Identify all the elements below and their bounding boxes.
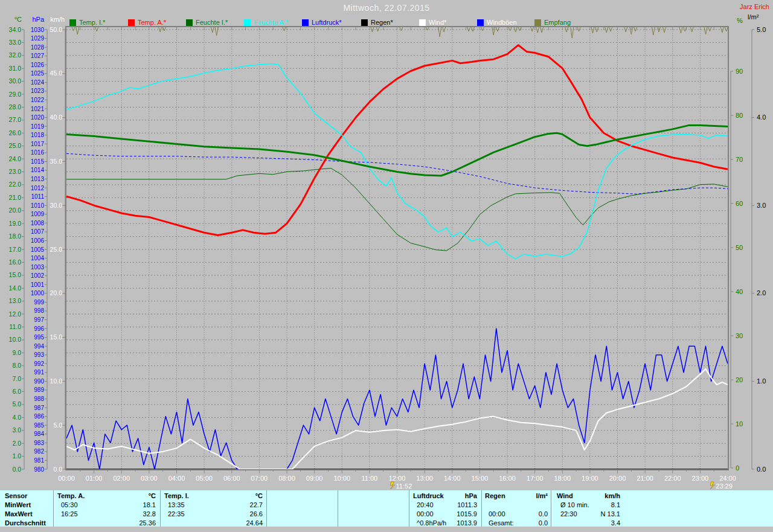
axis-hpa-tick-label: 1019 — [31, 123, 45, 130]
axis-hpa-tick-label: 1024 — [31, 79, 45, 86]
time-tick-label: 24:00 — [719, 475, 736, 482]
series-luftdruck-line — [66, 153, 728, 194]
time-tick-label: 08:00 — [278, 475, 295, 482]
axis-kmh-tick-label: 15.0 — [50, 333, 63, 341]
stat-value: 25.36 — [101, 519, 156, 527]
axis-hpa-tick-label: 1027 — [31, 53, 45, 59]
axis-pct-tick-label: 50 — [736, 244, 743, 251]
axis-pct-tick-label: 20 — [736, 376, 743, 383]
axis-hpa-tick-label: 1008 — [31, 220, 45, 226]
axis-hpa-tick-label: 981 — [34, 457, 44, 464]
weather-app-window: { "window": { "title": "Mittwoch, 22.07.… — [0, 0, 773, 532]
time-tick-label: 01:00 — [86, 475, 103, 482]
axis-hpa-tick-label: 1003 — [31, 264, 45, 271]
axis-hpa-tick-label: 1029 — [31, 35, 45, 42]
axis-temp_c-tick-label: 10.0 — [9, 336, 22, 343]
axis-temp_c-tick-label: 19.0 — [9, 220, 22, 227]
axis-pct-tick-label: 70 — [736, 156, 743, 163]
empfang-mark — [725, 27, 728, 31]
table-separator — [266, 490, 267, 527]
axis-hpa-tick-label: 1004 — [31, 255, 45, 261]
marker-time-label: 11:52 — [396, 482, 412, 490]
axis-hpa-tick-label: 1007 — [31, 228, 45, 235]
axis-hpa-tick-label: 1015 — [31, 158, 45, 165]
axis-hpa-tick-label: 992 — [34, 361, 44, 367]
axis-temp_c-tick-label: 18.0 — [9, 232, 22, 240]
empfang-mark — [72, 27, 75, 31]
empfang-mark — [577, 27, 580, 31]
axis-hpa-tick-label: 986 — [34, 413, 44, 420]
axis-temp_c-tick-label: 13.0 — [9, 297, 22, 304]
axis-hpa-tick-label: 1002 — [31, 272, 45, 279]
stat-value: 22.7 — [208, 501, 263, 509]
axis-hpa-tick-label: 1005 — [31, 246, 45, 253]
axis-temp_c-tick-label: 16.0 — [9, 258, 22, 266]
row-label-durchschnitt: Durchschnitt — [5, 519, 46, 527]
empfang-mark — [400, 27, 403, 31]
axis-temp_c-tick-label: 31.0 — [9, 65, 22, 72]
axis-hpa-tick-label: 993 — [34, 351, 44, 358]
empfang-mark — [605, 27, 608, 33]
axis-kmh-tick-label: 50.0 — [50, 26, 63, 33]
empfang-mark — [540, 27, 544, 33]
empfang-mark — [595, 27, 598, 32]
axis-temp_c-tick-label: 9.0 — [12, 349, 21, 356]
empfang-mark — [571, 27, 574, 38]
axis-pct-tick-label: 30 — [736, 332, 743, 339]
time-tick-label: 03:00 — [141, 475, 158, 482]
empfang-mark — [508, 27, 512, 31]
axis-temp_c-tick-label: 32.0 — [9, 51, 22, 59]
axis-lm2-tick-label: 3.0 — [757, 202, 766, 209]
empfang-mark — [76, 27, 79, 34]
empfang-mark — [514, 27, 517, 32]
column-unit: °C — [208, 492, 263, 500]
time-tick-label: 17:00 — [527, 475, 544, 482]
axis-hpa-tick-label: 991 — [34, 369, 44, 376]
axis-kmh-tick-label: 10.0 — [50, 377, 63, 385]
axis-kmh-tick-label: 35.0 — [50, 158, 63, 165]
axis-hpa-tick-label: 985 — [34, 422, 44, 429]
axis-hpa-tick-label: 996 — [34, 325, 44, 332]
empfang-mark — [481, 27, 484, 31]
axis-lm2-tick-label: 5.0 — [757, 26, 766, 33]
empfang-mark — [634, 27, 637, 31]
axis-hpa-tick-label: 997 — [34, 316, 44, 323]
empfang-mark — [679, 27, 682, 33]
time-tick-label: 20:00 — [609, 475, 626, 482]
empfang-mark — [162, 27, 165, 31]
stat-time-value: 22:35 — [168, 510, 185, 518]
column-unit: l/m² — [493, 492, 548, 500]
empfang-mark — [565, 27, 568, 32]
stat-time-value: 05:30 — [61, 501, 78, 509]
table-separator — [481, 490, 482, 527]
axis-temp_c-tick-label: 1.0 — [12, 452, 21, 460]
axis-temp_c-tick-label: 8.0 — [12, 362, 21, 369]
time-tick-label: 22:00 — [664, 475, 681, 482]
axis-kmh-tick-label: 40.0 — [50, 114, 63, 121]
empfang-mark — [518, 27, 521, 31]
time-tick-label: 19:00 — [582, 475, 598, 482]
stat-value: 32.8 — [101, 510, 156, 518]
chart-plot-area[interactable]: 34.033.032.031.030.029.028.027.026.025.0… — [0, 0, 773, 490]
time-tick-label: 04:00 — [168, 475, 185, 482]
axis-hpa-tick-label: 1011 — [31, 193, 44, 200]
column-unit: °C — [101, 492, 156, 500]
time-tick-label: 10:00 — [333, 475, 350, 482]
time-tick-label: 12:00 — [389, 475, 406, 482]
axis-kmh-tick-label: 0.0 — [53, 466, 62, 473]
axis-hpa-tick-label: 1013 — [31, 176, 45, 182]
axis-hpa-tick-label: 999 — [34, 299, 44, 306]
axis-hpa-tick-label: 994 — [34, 343, 44, 350]
axis-temp_c-tick-label: 33.0 — [9, 39, 22, 46]
time-tick-label: 06:00 — [223, 475, 240, 482]
axis-hpa-tick-label: 980 — [34, 466, 44, 473]
stat-value: N 13.1 — [566, 510, 620, 518]
axis-temp_c-tick-label: 21.0 — [9, 194, 22, 201]
axis-temp_c-tick-label: 34.0 — [9, 26, 22, 33]
empfang-mark — [684, 27, 687, 31]
axis-temp_c-tick-label: 25.0 — [9, 142, 22, 149]
axis-temp_c-tick-label: 30.0 — [9, 77, 22, 85]
column-header: Temp. I. — [164, 492, 189, 500]
axis-pct-tick-label: 60 — [736, 200, 743, 207]
axis-temp_c-tick-label: 24.0 — [9, 155, 22, 162]
